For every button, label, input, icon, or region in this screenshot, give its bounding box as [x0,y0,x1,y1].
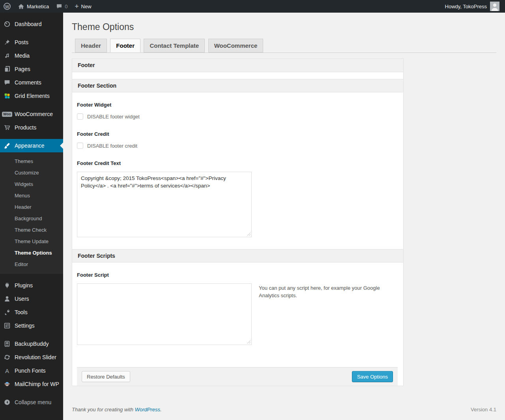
footer-section-header: Footer Section [72,79,403,92]
letter-a-icon: A [3,367,11,375]
footer-section-body: Footer Widget DISABLE footer widget Foot… [72,92,403,249]
sidebar-item-label: BackupBuddy [15,341,49,347]
plus-icon: + [75,0,79,12]
submenu-item-theme-check[interactable]: Theme Check [0,224,63,236]
submenu-item-theme-options[interactable]: Theme Options [0,247,63,259]
sidebar-item-pages[interactable]: Pages [0,62,63,76]
refresh-icon [3,353,11,361]
wordpress-link[interactable]: WordPress [135,407,160,412]
sidebar-item-mailchimp[interactable]: MailChimp for WP [0,377,63,391]
sidebar-item-label: Products [15,124,36,131]
footer-widget-checkbox-row[interactable]: DISABLE footer widget [77,113,398,120]
home-icon [18,3,24,10]
submenu-item-header[interactable]: Header [0,201,63,213]
restore-defaults-button[interactable]: Restore Defaults [82,371,130,382]
backup-drive-icon [3,340,11,348]
sidebar-item-appearance[interactable]: Appearance [0,139,63,152]
avatar [490,2,499,11]
sidebar-item-label: Media [15,52,30,59]
pushpin-icon [3,38,11,46]
footer-thanks-text: Thank you for creating with WordPress. [72,407,162,412]
plug-icon [3,281,11,289]
sidebar-item-label: Tools [15,309,28,315]
cart-icon [3,124,11,131]
pages-icon [3,65,11,73]
sidebar-item-label: Comments [15,79,41,86]
sidebar-item-users[interactable]: Users [0,292,63,306]
wordpress-logo-menu[interactable]: W [0,0,14,13]
new-menu[interactable]: + New [71,0,95,13]
sidebar-item-dashboard[interactable]: Dashboard [0,17,63,31]
panel-title-bar: Footer [72,59,403,72]
footer-credit-text-label: Footer Credit Text [77,160,398,166]
comment-icon [3,79,11,86]
brush-icon [3,142,11,150]
footer-script-textarea[interactable] [77,283,252,345]
sidebar-item-posts[interactable]: Posts [0,36,63,49]
sidebar-item-plugins[interactable]: Plugins [0,279,63,292]
panel-action-bar: Restore Defaults Save Options [77,367,398,386]
wrench-icon [3,308,11,316]
admin-sidebar: Dashboard Posts Media Pages Comments Gri… [0,13,63,420]
admin-bar: W Marketica 0 + New Howdy, TokoPress [0,0,505,13]
sidebar-item-backupbuddy[interactable]: BackupBuddy [0,337,63,351]
sidebar-item-woocommerce[interactable]: Woo WooCommerce [0,107,63,121]
submenu-item-customize[interactable]: Customize [0,167,63,178]
sidebar-item-label: MailChimp for WP [15,381,59,387]
sidebar-item-products[interactable]: Products [0,121,63,134]
submenu-item-background[interactable]: Background [0,213,63,224]
theme-options-panel: Footer Footer Section Footer Widget DISA… [72,58,404,386]
sidebar-item-revolution-slider[interactable]: Revolution Slider [0,351,63,364]
sidebar-item-settings[interactable]: Settings [0,319,63,332]
tab-contact-template[interactable]: Contact Template [144,39,205,52]
dashboard-icon [3,20,11,28]
site-link[interactable]: Marketica [14,0,52,13]
comments-menu[interactable]: 0 [52,0,71,13]
sidebar-item-label: Dashboard [15,21,42,27]
sidebar-item-grid-elements[interactable]: Grid Elements [0,89,63,103]
submenu-item-menus[interactable]: Menus [0,190,63,201]
sidebar-item-collapse-menu[interactable]: Collapse menu [0,396,63,409]
submenu-item-widgets[interactable]: Widgets [0,178,63,190]
submenu-item-theme-update[interactable]: Theme Update [0,236,63,247]
site-name: Marketica [27,4,49,9]
footer-credit-checkbox-row[interactable]: DISABLE footer credit [77,142,398,149]
account-menu[interactable]: Howdy, TokoPress [445,2,505,11]
comment-bubble-icon [56,3,62,9]
sidebar-item-label: Punch Fonts [15,368,46,374]
wordpress-logo-icon: W [4,3,11,10]
tab-footer[interactable]: Footer [110,39,140,52]
footer-credit-text-textarea[interactable]: Copyright &copy; 2015 TokoPress<span><a … [77,172,252,237]
footer-widget-label: Footer Widget [77,102,398,108]
footer-credit-checkbox-label: DISABLE footer credit [87,143,137,149]
sidebar-item-punch-fonts[interactable]: A Punch Fonts [0,364,63,377]
footer-scripts-header: Footer Scripts [72,249,403,262]
sidebar-item-tools[interactable]: Tools [0,306,63,319]
footer-credit-checkbox[interactable] [77,142,83,149]
sidebar-item-label: Collapse menu [15,399,51,405]
sidebar-item-label: Appearance [15,142,45,149]
footer-widget-checkbox[interactable] [77,113,83,120]
footer-script-label: Footer Script [77,272,398,278]
comment-count: 0 [65,4,67,9]
footer-widget-checkbox-label: DISABLE footer widget [87,114,140,120]
sidebar-item-label: Settings [15,322,35,329]
user-icon [3,295,11,303]
tab-woocommerce[interactable]: WooCommerce [208,39,264,52]
submenu-item-editor[interactable]: Editor [0,259,63,270]
save-options-button[interactable]: Save Options [352,371,393,382]
sidebar-item-label: Plugins [15,282,33,289]
submenu-item-themes[interactable]: Themes [0,156,63,167]
sidebar-item-comments[interactable]: Comments [0,76,63,89]
new-label: New [81,4,92,9]
admin-footer: Thank you for creating with WordPress. V… [72,407,496,412]
sidebar-item-label: WooCommerce [15,111,53,117]
monkey-icon [3,380,11,388]
version-text: Version 4.1 [471,407,496,412]
sidebar-item-media[interactable]: Media [0,49,63,62]
footer-script-help-text: You can put any script here, for example… [259,283,385,300]
media-icon [3,52,11,60]
tab-header[interactable]: Header [75,39,107,52]
sidebar-item-label: Users [15,296,29,302]
footer-scripts-body: Footer Script You can put any script her… [72,262,403,386]
